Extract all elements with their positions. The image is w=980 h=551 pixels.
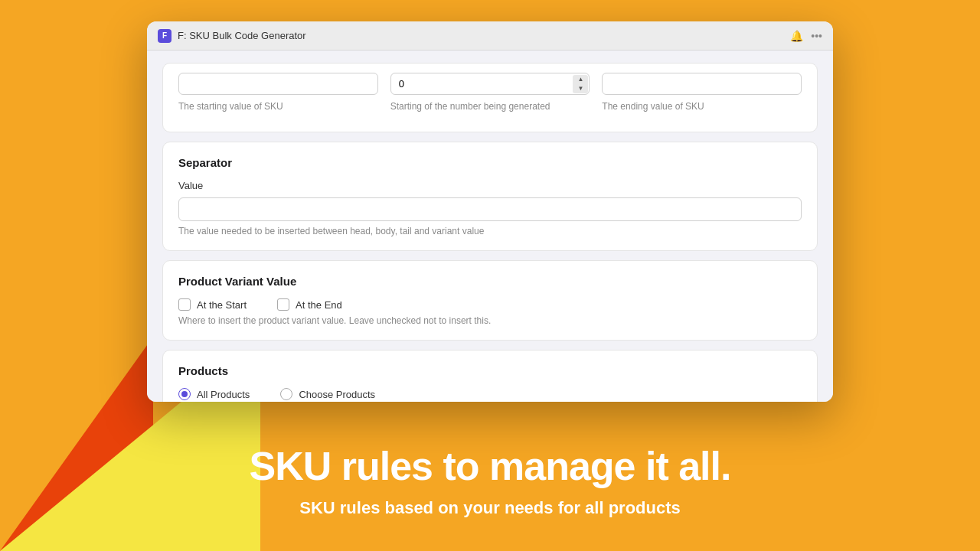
sku-end-group: The ending value of SKU (602, 73, 802, 112)
at-start-option[interactable]: At the Start (178, 298, 247, 311)
variant-helper: Where to insert the product variant valu… (178, 315, 802, 326)
title-bar: F F: SKU Bulk Code Generator 🔔 ••• (147, 21, 833, 51)
choose-products-radio[interactable] (280, 388, 292, 400)
product-variant-card: Product Variant Value At the Start At th… (162, 260, 818, 341)
content-area: The starting value of SKU ▲ ▼ Starting o… (147, 51, 833, 402)
sku-range-card: The starting value of SKU ▲ ▼ Starting o… (162, 63, 818, 132)
all-products-label: All Products (197, 389, 250, 400)
at-end-label: At the End (296, 299, 342, 311)
sku-start-label: The starting value of SKU (178, 101, 378, 112)
separator-title: Separator (178, 156, 802, 169)
products-options-row: All Products Choose Products (178, 388, 802, 400)
products-title: Products (178, 364, 802, 377)
app-icon: F (158, 29, 172, 43)
products-card: Products All Products Choose Products (162, 350, 818, 402)
number-arrows: ▲ ▼ (573, 75, 588, 93)
at-end-option[interactable]: At the End (277, 298, 342, 311)
separator-input[interactable] (178, 197, 802, 221)
sku-end-input[interactable] (602, 73, 802, 95)
sub-headline: SKU rules based on your needs for all pr… (299, 498, 681, 518)
app-window: F F: SKU Bulk Code Generator 🔔 ••• The s… (147, 21, 833, 402)
notification-icon[interactable]: 🔔 (790, 30, 803, 42)
separator-card: Separator Value The value needed to be i… (162, 142, 818, 251)
at-start-checkbox[interactable] (178, 298, 191, 311)
choose-products-option[interactable]: Choose Products (280, 388, 375, 400)
product-variant-title: Product Variant Value (178, 275, 802, 288)
window-title: F: SKU Bulk Code Generator (178, 30, 790, 41)
number-start-input[interactable] (390, 73, 590, 95)
number-up-button[interactable]: ▲ (573, 75, 588, 84)
more-options-icon[interactable]: ••• (811, 30, 822, 42)
number-input-wrapper: ▲ ▼ (390, 73, 590, 95)
number-start-label: Starting of the number being generated (390, 101, 590, 112)
at-start-label: At the Start (197, 299, 247, 311)
sku-start-input[interactable] (178, 73, 378, 95)
number-start-group: ▲ ▼ Starting of the number being generat… (390, 73, 590, 112)
bottom-text-area: SKU rules to manage it all. SKU rules ba… (0, 409, 980, 551)
all-products-radio[interactable] (178, 388, 191, 400)
main-headline: SKU rules to manage it all. (250, 443, 731, 489)
variant-options-row: At the Start At the End (178, 298, 802, 311)
all-products-option[interactable]: All Products (178, 388, 250, 400)
at-end-checkbox[interactable] (277, 298, 289, 311)
sku-start-group: The starting value of SKU (178, 73, 378, 112)
sku-inputs-row: The starting value of SKU ▲ ▼ Starting o… (178, 73, 802, 112)
choose-products-label: Choose Products (299, 389, 375, 400)
separator-helper: The value needed to be inserted between … (178, 226, 802, 236)
title-bar-actions: 🔔 ••• (790, 30, 822, 42)
sku-end-label: The ending value of SKU (602, 101, 802, 112)
number-down-button[interactable]: ▼ (573, 84, 588, 93)
separator-value-label: Value (178, 180, 802, 191)
